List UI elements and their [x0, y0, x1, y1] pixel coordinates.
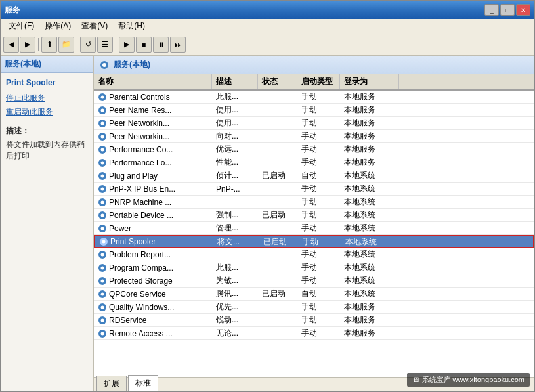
- table-row[interactable]: Parental Controls此服...手动本地服务: [94, 91, 534, 104]
- header-name[interactable]: 名称: [94, 74, 212, 89]
- run-button[interactable]: ▶: [119, 37, 135, 53]
- svg-point-21: [101, 213, 104, 217]
- service-name-text: Problem Report...: [109, 250, 171, 259]
- table-row[interactable]: Program Compa...此服...手动本地系统: [94, 261, 534, 274]
- service-login-cell: 本地系统: [341, 236, 400, 248]
- header-startup[interactable]: 启动类型: [297, 74, 340, 89]
- service-desc-cell: 性能...: [212, 156, 258, 169]
- svg-point-37: [101, 318, 104, 322]
- service-login-cell: 本地服务: [340, 143, 399, 156]
- service-icon: [98, 263, 107, 272]
- table-row[interactable]: Peer Networkin...向对...手动本地服务: [94, 130, 534, 143]
- service-icon: [98, 119, 107, 128]
- restart-service-link[interactable]: 重启动此服务: [6, 106, 88, 118]
- folder-button[interactable]: 📁: [58, 37, 74, 53]
- header-login[interactable]: 登录为: [340, 74, 399, 89]
- service-name-text: Protected Storage: [109, 276, 173, 286]
- left-panel-header: 服务(本地): [1, 56, 93, 73]
- table-row[interactable]: Power管理...手动本地系统: [94, 222, 534, 235]
- properties-button[interactable]: ☰: [97, 37, 113, 53]
- left-panel: 服务(本地) Print Spooler 停止此服务 重启动此服务 描述： 将文…: [1, 56, 94, 391]
- service-name-cell: Peer Networkin...: [94, 131, 212, 142]
- service-desc-cell: 使用...: [212, 117, 258, 129]
- service-status-cell: [258, 320, 297, 321]
- service-status-cell: [258, 97, 297, 98]
- header-status[interactable]: 状态: [258, 74, 297, 89]
- service-name-text: Peer Networkin...: [109, 132, 169, 141]
- table-row[interactable]: PnP-X IP Bus En...PnP-...手动本地系统: [94, 183, 534, 196]
- svg-point-3: [101, 95, 104, 98]
- service-name-cell: Plug and Play: [94, 171, 212, 181]
- service-login-cell: 本地服务: [340, 130, 399, 142]
- service-login-cell: 本地服务: [340, 301, 399, 313]
- refresh-button[interactable]: ↺: [80, 37, 96, 53]
- service-desc-cell: 为敏...: [212, 274, 258, 287]
- service-name-cell: Power: [94, 223, 212, 234]
- minimize-button[interactable]: _: [484, 4, 499, 16]
- toolbar: ◀ ▶ ⬆ 📁 ↺ ☰ ▶ ■ ⏸ ⏭: [1, 33, 534, 56]
- service-startup-cell: 手动: [297, 248, 340, 261]
- stop-button[interactable]: ■: [136, 37, 152, 53]
- close-button[interactable]: ✕: [516, 4, 530, 16]
- service-desc-cell: 优先...: [212, 301, 258, 313]
- watermark-text: 🖥: [412, 376, 421, 383]
- service-status-cell: [258, 254, 297, 255]
- service-icon: [98, 276, 107, 286]
- service-name-cell: QPCore Service: [94, 289, 212, 299]
- service-startup-cell: 手动: [297, 327, 340, 339]
- svg-point-15: [101, 174, 104, 177]
- table-row[interactable]: Protected Storage为敏...手动本地系统: [94, 274, 534, 288]
- table-row[interactable]: Performance Co...优远...手动本地服务: [94, 143, 534, 156]
- table-row[interactable]: Remote Access ...无论...手动本地服务: [94, 327, 534, 340]
- service-login-cell: 本地系统: [340, 274, 399, 287]
- service-desc-cell: 向对...: [212, 130, 258, 142]
- service-login-cell: 本地系统: [340, 169, 399, 182]
- table-row[interactable]: Portable Device ...强制...已启动手动本地系统: [94, 209, 534, 222]
- service-status-cell: [258, 228, 297, 229]
- service-icon: [98, 185, 107, 194]
- table-row[interactable]: Print Spooler将文...已启动手动本地系统: [94, 235, 534, 248]
- pause-button[interactable]: ⏸: [153, 37, 169, 53]
- table-row[interactable]: Quality Windows...优先...手动本地服务: [94, 301, 534, 314]
- service-desc-cell: [212, 202, 258, 203]
- menu-file[interactable]: 文件(F): [3, 19, 39, 33]
- forward-button[interactable]: ▶: [20, 37, 35, 53]
- restart-button[interactable]: ⏭: [170, 37, 186, 53]
- service-desc-cell: 管理...: [212, 222, 258, 234]
- menu-action[interactable]: 操作(A): [39, 19, 76, 33]
- service-desc-cell: PnP-...: [212, 184, 258, 194]
- table-row[interactable]: Problem Report...手动本地系统: [94, 248, 534, 261]
- services-container: 名称 描述 状态 启动类型 登录为 Parental Controls此服...…: [94, 74, 534, 377]
- maximize-button[interactable]: □: [500, 4, 515, 16]
- svg-point-17: [101, 187, 104, 190]
- service-icon: [98, 171, 107, 181]
- service-login-cell: 本地服务: [340, 104, 399, 116]
- menu-view[interactable]: 查看(V): [76, 19, 113, 33]
- service-desc-cell: 此服...: [212, 261, 258, 274]
- header-desc[interactable]: 描述: [212, 74, 258, 89]
- table-row[interactable]: Performance Lo...性能...手动本地服务: [94, 156, 534, 169]
- table-row[interactable]: QPCore Service腾讯...已启动自动本地系统: [94, 288, 534, 301]
- svg-point-23: [101, 227, 104, 230]
- svg-point-19: [101, 200, 104, 204]
- toolbar-nav: ◀ ▶: [3, 37, 35, 53]
- tab-扩展[interactable]: 扩展: [96, 376, 127, 391]
- back-button[interactable]: ◀: [3, 37, 19, 53]
- up-button[interactable]: ⬆: [41, 37, 57, 53]
- tab-标准[interactable]: 标准: [128, 375, 158, 391]
- table-row[interactable]: Plug and Play侦计...已启动自动本地系统: [94, 169, 534, 183]
- table-row[interactable]: PNRP Machine ...手动本地系统: [94, 196, 534, 209]
- table-row[interactable]: Peer Name Res...使用...手动本地服务: [94, 104, 534, 117]
- service-startup-cell: 手动: [297, 209, 340, 221]
- stop-service-link[interactable]: 停止此服务: [6, 93, 88, 104]
- service-status-cell: [258, 149, 297, 150]
- service-status-cell: [258, 123, 297, 124]
- table-row[interactable]: Peer Networkin...使用...手动本地服务: [94, 117, 534, 130]
- service-name-text: Remote Access ...: [109, 329, 173, 338]
- table-row[interactable]: RDService锐动...手动本地服务: [94, 314, 534, 327]
- window-title: 服务: [5, 5, 20, 16]
- menu-bar: 文件(F) 操作(A) 查看(V) 帮助(H): [1, 19, 534, 33]
- service-name-cell: Peer Networkin...: [94, 118, 212, 129]
- service-name-cell: Quality Windows...: [94, 302, 212, 313]
- menu-help[interactable]: 帮助(H): [113, 19, 150, 33]
